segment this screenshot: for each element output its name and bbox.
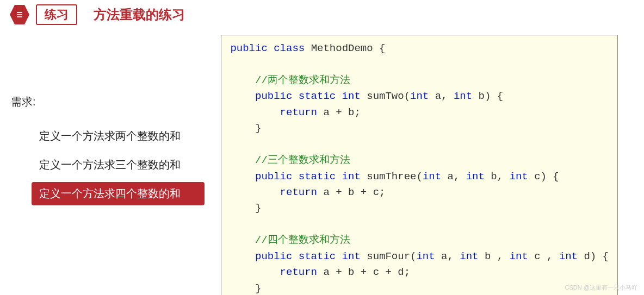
req-item-2: 定义一个方法求三个整数的和 — [32, 153, 205, 177]
requirements-label: 需求: — [11, 95, 205, 109]
header: 练习 方法重载的练习 — [0, 0, 644, 29]
code-text: } — [230, 283, 261, 294]
code-kw: public — [230, 42, 267, 54]
code-kw: int — [410, 90, 429, 102]
code-text: sumFour( — [361, 250, 417, 262]
code-text: a + b; — [317, 106, 361, 118]
code-comment: //两个整数求和方法 — [230, 74, 350, 86]
code-kw: int — [423, 171, 441, 183]
code-comment: //四个整数求和方法 — [230, 234, 350, 246]
req-item-3: 定义一个方法求四个整数的和 — [32, 182, 205, 205]
code-kw: int — [510, 250, 528, 262]
code-text: sumTwo( — [361, 90, 410, 102]
code-text: sumThree( — [361, 171, 423, 183]
content: 需求: 定义一个方法求两个整数的和 定义一个方法求三个整数的和 定义一个方法求四… — [0, 29, 644, 295]
code-text: MethodDemo { — [305, 42, 385, 54]
code-kw: int — [460, 250, 478, 262]
code-text: c) { — [528, 171, 559, 183]
code-text: a, — [429, 90, 454, 102]
code-comment: //三个整数求和方法 — [230, 154, 350, 166]
code-kw: public static int — [230, 250, 360, 262]
code-text: } — [230, 122, 261, 134]
code-kw: int — [416, 250, 435, 262]
code-kw: int — [510, 171, 528, 183]
code-kw: return — [230, 186, 317, 198]
code-text: a + b + c + d; — [317, 266, 410, 278]
page-title: 方法重载的练习 — [94, 6, 185, 23]
code-kw: int — [466, 171, 485, 183]
code-text: c , — [528, 250, 559, 262]
code-kw: int — [559, 250, 578, 262]
code-text: b) { — [472, 90, 503, 102]
code-kw: public static int — [230, 171, 360, 183]
left-panel: 需求: 定义一个方法求两个整数的和 定义一个方法求三个整数的和 定义一个方法求四… — [11, 35, 205, 295]
code-text: d) { — [578, 250, 609, 262]
req-item-1: 定义一个方法求两个整数的和 — [32, 124, 205, 148]
code-kw: return — [230, 106, 317, 118]
code-text: b , — [479, 250, 510, 262]
code-text: } — [230, 202, 261, 214]
code-text: a, — [435, 250, 460, 262]
badge-practice: 练习 — [36, 4, 77, 25]
code-panel: public class MethodDemo { //两个整数求和方法 pub… — [221, 35, 618, 295]
code-text: b, — [485, 171, 510, 183]
code-kw: class — [268, 42, 305, 54]
code-text: a + b + c; — [317, 186, 385, 198]
code-kw: int — [454, 90, 472, 102]
list-icon — [10, 5, 29, 24]
code-kw: return — [230, 266, 317, 278]
code-kw: public static int — [230, 90, 360, 102]
code-text: a, — [441, 171, 466, 183]
watermark: CSDN @这里有一只小马吖 — [565, 284, 637, 292]
